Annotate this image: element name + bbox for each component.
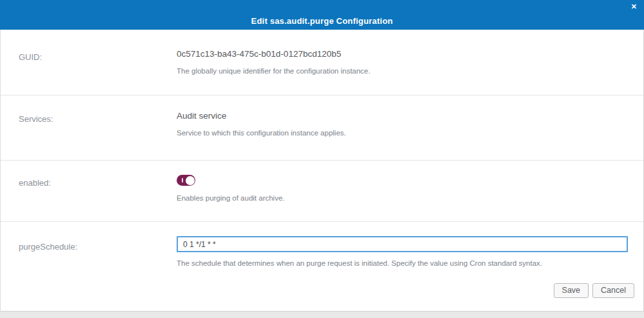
enabled-toggle[interactable] (177, 175, 195, 186)
close-icon[interactable]: ✕ (629, 1, 639, 12)
enabled-label: enabled: (19, 175, 177, 221)
purgeschedule-label: purgeSchedule: (19, 236, 177, 277)
edit-configuration-dialog: Edit sas.audit.purge Configuration ✕ GUI… (0, 0, 644, 312)
cancel-button[interactable]: Cancel (592, 283, 634, 298)
save-button[interactable]: Save (554, 283, 589, 298)
dialog-title: Edit sas.audit.purge Configuration (251, 16, 393, 26)
services-value: Audit service (177, 111, 628, 121)
purgeschedule-description: The schedule that determines when an pur… (177, 259, 628, 267)
services-description: Service to which this configuration inst… (177, 129, 628, 137)
purgeschedule-input[interactable] (177, 236, 628, 252)
toggle-on-mark (182, 178, 183, 183)
toggle-knob (186, 176, 195, 185)
guid-value: 0c571c13-ba43-475c-b01d-0127bcd120b5 (177, 49, 628, 59)
field-row-purgeschedule: purgeSchedule: The schedule that determi… (1, 222, 643, 277)
enabled-description: Enables purging of audit archive. (177, 194, 628, 202)
dialog-header: Edit sas.audit.purge Configuration ✕ (0, 0, 644, 30)
services-label: Services: (19, 111, 177, 160)
field-row-services: Services: Audit service Service to which… (1, 95, 643, 161)
field-row-guid: GUID: 0c571c13-ba43-475c-b01d-0127bcd120… (1, 30, 643, 95)
guid-label: GUID: (19, 49, 177, 95)
guid-description: The globally unique identifier for the c… (177, 67, 628, 75)
dialog-footer: Save Cancel (1, 277, 643, 311)
field-row-enabled: enabled: Enables purging of audit archiv… (1, 161, 643, 222)
